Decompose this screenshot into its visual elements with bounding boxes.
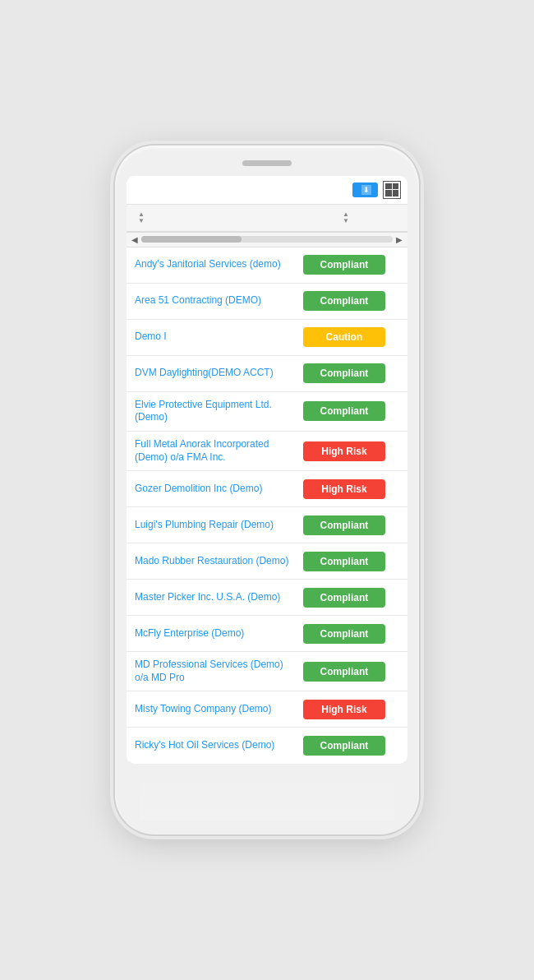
status-cell: Compliant (289, 624, 399, 644)
table-row: Elvie Protective Equipment Ltd. (Demo) C… (127, 392, 407, 432)
status-badge[interactable]: High Risk (303, 479, 385, 499)
status-cell: Compliant (289, 515, 399, 535)
company-name[interactable]: Luigi's Plumbing Repair (Demo) (135, 519, 289, 532)
grid-view-icon[interactable] (383, 181, 401, 199)
status-badge[interactable]: Compliant (303, 662, 385, 682)
scroll-right-arrow[interactable]: ▶ (396, 235, 403, 244)
table-row: Andy's Janitorial Services (demo) Compli… (127, 247, 407, 284)
table-header: ▲▼ ▲▼ (127, 205, 407, 233)
sort-arrows-company: ▲▼ (138, 211, 145, 224)
horizontal-scrollbar[interactable]: ◀ ▶ (127, 233, 407, 247)
table-row: Area 51 Contracting (DEMO) Compliant (127, 284, 407, 320)
phone-reflection (140, 770, 394, 820)
company-name[interactable]: Mado Rubber Restauration (Demo) (135, 555, 289, 568)
column-header-compliance[interactable]: ▲▼ (289, 211, 399, 224)
company-name[interactable]: Demo I (135, 331, 289, 344)
status-cell: Compliant (289, 588, 399, 608)
status-badge[interactable]: Compliant (303, 363, 385, 383)
phone-frame: ⬇ ▲▼ ▲▼ ◀ ▶ (115, 146, 419, 835)
table-row: Full Metal Anorak Incorporated (Demo) o/… (127, 432, 407, 471)
company-name[interactable]: Andy's Janitorial Services (demo) (135, 258, 289, 271)
company-name[interactable]: Elvie Protective Equipment Ltd. (Demo) (135, 399, 289, 424)
phone-speaker (242, 160, 292, 166)
table-row: Demo I Caution (127, 320, 407, 356)
table-row: DVM Daylighting(DEMO ACCT) Compliant (127, 356, 407, 392)
table-row: Master Picker Inc. U.S.A. (Demo) Complia… (127, 580, 407, 616)
export-icon: ⬇ (361, 185, 371, 195)
table-row: Ricky's Hot Oil Services (Demo) Complian… (127, 728, 407, 764)
sort-arrows-compliance: ▲▼ (343, 211, 349, 224)
status-badge[interactable]: Compliant (303, 736, 385, 756)
status-badge[interactable]: High Risk (303, 700, 385, 719)
company-name[interactable]: Full Metal Anorak Incorporated (Demo) o/… (135, 438, 289, 464)
status-cell: High Risk (289, 479, 399, 499)
toolbar: ⬇ (127, 176, 407, 205)
export-button[interactable]: ⬇ (352, 183, 378, 197)
status-cell: Caution (289, 327, 399, 347)
status-badge[interactable]: Compliant (303, 401, 385, 421)
status-cell: Compliant (289, 363, 399, 383)
status-badge[interactable]: Compliant (303, 255, 385, 275)
status-badge[interactable]: Caution (303, 327, 385, 347)
status-cell: High Risk (289, 700, 399, 719)
status-badge[interactable]: Compliant (303, 624, 385, 644)
company-name[interactable]: Misty Towing Company (Demo) (135, 703, 289, 716)
phone-screen: ⬇ ▲▼ ▲▼ ◀ ▶ (127, 176, 407, 765)
company-name[interactable]: McFly Enterprise (Demo) (135, 627, 289, 640)
table-row: Gozer Demolition Inc (Demo) High Risk (127, 471, 407, 507)
scroll-track[interactable] (141, 236, 393, 243)
status-cell: Compliant (289, 401, 399, 421)
table-row: Luigi's Plumbing Repair (Demo) Compliant (127, 507, 407, 543)
table-row: McFly Enterprise (Demo) Compliant (127, 616, 407, 652)
company-name[interactable]: Area 51 Contracting (DEMO) (135, 294, 289, 307)
status-badge[interactable]: Compliant (303, 552, 385, 571)
status-badge[interactable]: Compliant (303, 291, 385, 311)
table-body: Andy's Janitorial Services (demo) Compli… (127, 247, 407, 765)
company-name[interactable]: Ricky's Hot Oil Services (Demo) (135, 739, 289, 752)
status-cell: Compliant (289, 662, 399, 682)
scroll-left-arrow[interactable]: ◀ (131, 235, 138, 244)
table-row: MD Professional Services (Demo) o/a MD P… (127, 652, 407, 691)
status-cell: Compliant (289, 736, 399, 756)
status-cell: Compliant (289, 255, 399, 275)
table-row: Misty Towing Company (Demo) High Risk (127, 691, 407, 728)
status-cell: High Risk (289, 441, 399, 461)
column-header-company[interactable]: ▲▼ (135, 211, 289, 224)
status-badge[interactable]: High Risk (303, 441, 385, 461)
company-name[interactable]: Gozer Demolition Inc (Demo) (135, 483, 289, 496)
status-cell: Compliant (289, 291, 399, 311)
company-name[interactable]: Master Picker Inc. U.S.A. (Demo) (135, 591, 289, 604)
scroll-thumb[interactable] (141, 236, 242, 243)
status-badge[interactable]: Compliant (303, 515, 385, 535)
table-row: Mado Rubber Restauration (Demo) Complian… (127, 543, 407, 580)
status-badge[interactable]: Compliant (303, 588, 385, 608)
status-cell: Compliant (289, 552, 399, 571)
company-name[interactable]: DVM Daylighting(DEMO ACCT) (135, 367, 289, 380)
company-name[interactable]: MD Professional Services (Demo) o/a MD P… (135, 659, 289, 684)
